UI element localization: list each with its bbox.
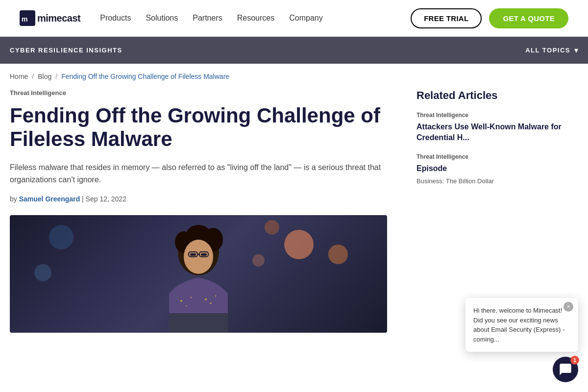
- header: m mimecast Products Solutions Partners R…: [0, 0, 588, 37]
- related-card-2[interactable]: Threat Intelligence Episode Business: Th…: [416, 153, 588, 186]
- logo-text: mimecast: [37, 13, 80, 24]
- breadcrumb-home[interactable]: Home: [10, 73, 28, 80]
- chat-bubble-icon: [559, 363, 572, 376]
- article-hero-image: [10, 215, 387, 333]
- svg-point-15: [215, 295, 217, 296]
- logo[interactable]: m mimecast: [20, 10, 80, 26]
- related-articles-title: Related Articles: [416, 89, 588, 102]
- svg-rect-7: [190, 253, 196, 256]
- article-title: Fending Off the Growing Challenge of Fil…: [10, 104, 382, 151]
- subnav-bar: CYBER RESILIENCE INSIGHTS ALL TOPICS ▾: [0, 37, 588, 64]
- svg-point-13: [191, 296, 192, 298]
- svg-point-14: [205, 298, 207, 300]
- article-meta: by Samuel Greengard | Sep 12, 2022: [10, 195, 397, 203]
- all-topics-label: ALL TOPICS: [525, 47, 570, 54]
- svg-point-17: [210, 302, 212, 304]
- nav-solutions[interactable]: Solutions: [146, 14, 178, 23]
- svg-point-16: [186, 305, 187, 306]
- related-card-2-subtitle: Business: The Billion Dollar: [416, 177, 588, 186]
- chat-close-button[interactable]: ×: [564, 302, 573, 312]
- free-trial-button[interactable]: FREE TRIAL: [411, 8, 482, 28]
- breadcrumb-sep-1: /: [32, 73, 34, 80]
- breadcrumb-current: Fending Off the Growing Challenge of Fil…: [61, 73, 229, 80]
- all-topics-button[interactable]: ALL TOPICS ▾: [525, 46, 578, 55]
- article-date: Sep 12, 2022: [86, 195, 126, 203]
- chat-open-button[interactable]: 1: [553, 357, 578, 382]
- article-section: Threat Intelligence Fending Off the Grow…: [10, 89, 412, 333]
- chat-badge: 1: [570, 356, 579, 365]
- breadcrumb: Home / Blog / Fending Off the Growing Ch…: [0, 64, 588, 89]
- subnav-title: CYBER RESILIENCE INSIGHTS: [10, 47, 122, 54]
- related-card-1[interactable]: Threat Intelligence Attackers Use Well-K…: [416, 112, 588, 144]
- chat-icon-wrapper: 1: [466, 357, 578, 382]
- sidebar: Related Articles Threat Intelligence Att…: [412, 89, 588, 333]
- article-category: Threat Intelligence: [10, 89, 397, 97]
- meta-separator: |: [82, 195, 84, 203]
- chat-popup: × Hi there, welcome to Mimecast! Did you…: [466, 298, 578, 352]
- nav-partners[interactable]: Partners: [193, 14, 222, 23]
- related-card-2-title: Episode: [416, 163, 588, 174]
- get-quote-button[interactable]: GET A QUOTE: [489, 8, 568, 28]
- breadcrumb-blog[interactable]: Blog: [38, 73, 51, 80]
- by-label: by: [10, 195, 17, 203]
- article-subtitle: Fileless malware that resides in memory …: [10, 161, 382, 186]
- header-left: m mimecast Products Solutions Partners R…: [20, 10, 323, 26]
- article-author[interactable]: Samuel Greengard: [19, 195, 80, 203]
- svg-rect-8: [201, 253, 207, 256]
- svg-point-6: [184, 240, 213, 274]
- related-card-2-category: Threat Intelligence: [416, 153, 588, 160]
- chat-widget: × Hi there, welcome to Mimecast! Did you…: [466, 298, 578, 382]
- nav-company[interactable]: Company: [289, 14, 322, 23]
- header-right: FREE TRIAL GET A QUOTE: [411, 8, 568, 28]
- svg-text:m: m: [22, 15, 27, 23]
- breadcrumb-sep-2: /: [55, 73, 57, 80]
- main-nav: Products Solutions Partners Resources Co…: [100, 14, 322, 23]
- main-content: Threat Intelligence Fending Off the Grow…: [0, 89, 588, 333]
- chat-greeting: Hi there, welcome to Mimecast! Did you s…: [473, 306, 570, 344]
- chevron-down-icon: ▾: [574, 46, 578, 55]
- nav-products[interactable]: Products: [100, 14, 131, 23]
- related-card-1-title: Attackers Use Well-Known Malware for Cre…: [416, 122, 588, 144]
- related-card-1-category: Threat Intelligence: [416, 112, 588, 119]
- svg-point-12: [180, 300, 182, 302]
- nav-resources[interactable]: Resources: [237, 14, 274, 23]
